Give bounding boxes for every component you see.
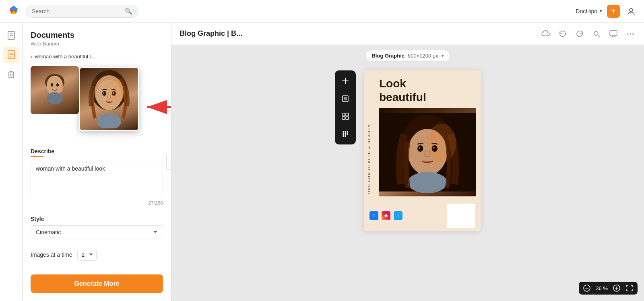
card-main-content: Look beautiful — [374, 70, 481, 200]
twitter-icon[interactable]: t — [394, 211, 402, 220]
svg-rect-36 — [344, 97, 347, 100]
grid-view-button[interactable] — [337, 108, 353, 124]
sidebar-item-trash[interactable] — [3, 66, 19, 82]
add-element-button[interactable] — [337, 73, 353, 89]
card-top: Tips for Health & Beauty Look beautiful — [364, 70, 481, 200]
svg-rect-40 — [346, 117, 349, 120]
generate-more-button[interactable]: Generate More — [31, 274, 163, 293]
sidebar-item-document[interactable] — [3, 27, 19, 43]
more-options-icon[interactable]: ⋯ — [625, 28, 636, 39]
face-image-large — [80, 68, 138, 130]
images-count-select[interactable]: 1 2 3 4 — [77, 249, 97, 261]
svg-point-55 — [419, 147, 421, 149]
svg-rect-10 — [9, 72, 14, 78]
create-button[interactable]: + — [607, 5, 620, 18]
icon-sidebar — [0, 23, 23, 301]
canvas-content: Tips for Health & Beauty Look beautiful — [171, 66, 644, 301]
apps-button[interactable] — [337, 126, 353, 142]
search-canvas-icon[interactable] — [591, 28, 602, 39]
zoom-in-button[interactable] — [612, 283, 621, 293]
svg-point-48 — [345, 135, 346, 137]
canvas-header: Blog Graphic | B... — [171, 23, 644, 45]
red-arrow-indicator — [139, 95, 171, 121]
panel-collapse-handle[interactable]: › — [166, 154, 171, 170]
svg-point-53 — [417, 145, 423, 152]
svg-point-16 — [51, 83, 53, 87]
card-title: Look beautiful — [379, 77, 476, 104]
zoom-controls: 36 % — [579, 282, 638, 295]
svg-point-43 — [347, 131, 348, 133]
svg-point-44 — [343, 133, 344, 135]
facebook-icon[interactable]: f — [369, 211, 378, 220]
svg-point-1 — [630, 8, 633, 12]
fullscreen-button[interactable] — [625, 283, 634, 293]
style-label: Style — [31, 216, 163, 222]
card-bottom: f ◉ t — [364, 200, 481, 231]
face-image-small — [31, 66, 79, 114]
search-icon: 🔍 — [125, 8, 132, 15]
svg-point-17 — [56, 83, 59, 87]
left-panel: Documents Web Banner ‹ woman with a beau… — [23, 23, 171, 301]
chevron-down-icon: ▾ — [600, 8, 602, 14]
cloud-save-icon[interactable] — [540, 28, 551, 39]
image-results — [23, 63, 171, 143]
undo-icon[interactable] — [557, 28, 568, 39]
svg-point-15 — [47, 76, 63, 95]
blog-graphic-card[interactable]: Tips for Health & Beauty Look beautiful — [364, 70, 481, 231]
svg-point-46 — [347, 133, 348, 135]
breadcrumb-text: woman with a beautiful l... — [35, 54, 95, 60]
svg-point-56 — [433, 147, 435, 149]
svg-rect-32 — [610, 31, 617, 36]
dochipo-menu[interactable]: DocHipo ▾ — [576, 8, 602, 14]
nav-right: DocHipo ▾ + — [576, 5, 638, 18]
style-select[interactable]: Cinematic Photographic Digital Art Anime… — [31, 225, 163, 239]
card-photo — [379, 108, 476, 196]
result-thumbnail-popup[interactable] — [79, 67, 139, 131]
svg-point-57 — [408, 172, 447, 193]
describe-textarea[interactable]: woman with a beautiful look — [31, 161, 163, 197]
panel-header: Documents Web Banner — [23, 23, 171, 50]
describe-underline — [31, 156, 43, 157]
floating-toolbar — [335, 70, 356, 144]
images-label: Images at a time — [31, 252, 72, 258]
user-profile-button[interactable] — [625, 5, 638, 18]
main-layout: Documents Web Banner ‹ woman with a beau… — [0, 23, 644, 301]
zoom-level: 36 % — [593, 285, 610, 291]
sidebar-item-ai[interactable] — [3, 47, 19, 63]
svg-point-54 — [432, 145, 438, 152]
back-button[interactable]: ‹ — [31, 53, 33, 60]
canvas-title: Blog Graphic | B... — [180, 29, 242, 38]
svg-point-41 — [343, 131, 344, 133]
result-thumbnail-1[interactable] — [31, 66, 79, 114]
doc-size-bar: Blog Graphic 800×1200 px ▾ — [171, 45, 644, 66]
svg-rect-39 — [342, 117, 345, 120]
svg-point-45 — [345, 133, 346, 135]
doc-size-selector[interactable]: Blog Graphic 800×1200 px ▾ — [365, 50, 450, 62]
breadcrumb: ‹ woman with a beautiful l... — [23, 50, 171, 63]
describe-section: Describe woman with a beautiful look 27/… — [23, 143, 171, 211]
panel-title: Documents — [31, 31, 163, 40]
svg-point-27 — [109, 78, 125, 102]
panel-subtitle: Web Banner — [31, 41, 163, 47]
chevron-down-icon: ▾ — [442, 53, 444, 58]
instagram-icon[interactable]: ◉ — [382, 211, 390, 220]
svg-point-52 — [427, 124, 456, 163]
svg-rect-37 — [342, 113, 345, 116]
images-at-time-section: Images at a time 1 2 3 4 — [23, 244, 171, 266]
app-logo[interactable] — [6, 3, 21, 19]
svg-point-47 — [343, 135, 344, 137]
fit-canvas-button[interactable] — [337, 91, 353, 107]
zoom-out-button[interactable] — [582, 283, 592, 293]
card-white-box — [447, 204, 475, 228]
char-count: 27/250 — [31, 200, 163, 206]
svg-rect-38 — [346, 113, 349, 116]
top-navigation: 🔍 DocHipo ▾ + — [0, 0, 644, 23]
svg-line-31 — [598, 35, 600, 37]
canvas-header-right: ⋯ — [540, 28, 636, 39]
redo-icon[interactable] — [574, 28, 585, 39]
comments-icon[interactable] — [608, 28, 619, 39]
search-bar[interactable]: 🔍 — [26, 5, 138, 18]
doc-size-dims: 800×1200 px — [408, 53, 438, 59]
svg-point-26 — [97, 113, 121, 128]
search-input[interactable] — [32, 8, 122, 14]
